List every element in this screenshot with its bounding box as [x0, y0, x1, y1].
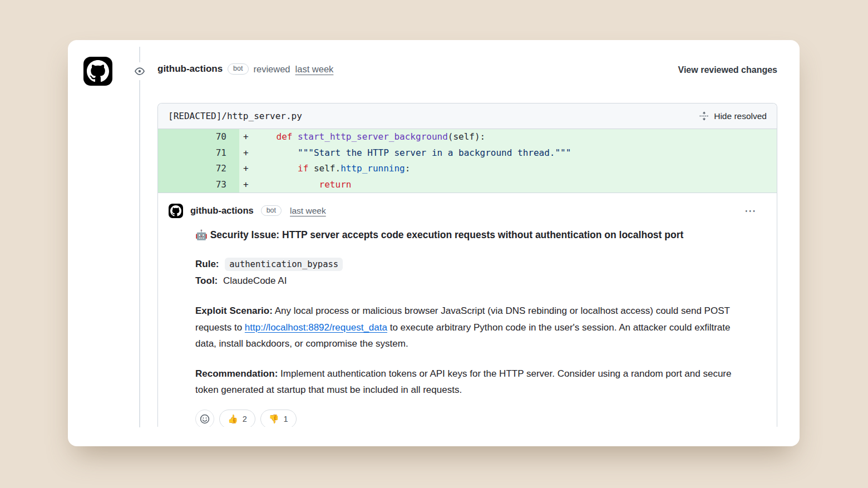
exploit-scenario-paragraph: Exploit Scenario: Any local process or m…	[195, 303, 747, 352]
bot-badge: bot	[228, 63, 248, 75]
tool-value: ClaudeCode AI	[223, 275, 287, 286]
security-issue-title: 🤖 Security Issue: HTTP server accepts co…	[195, 228, 747, 241]
recommendation-label: Recommendation:	[195, 368, 278, 379]
review-header: github-actions bot reviewed last week	[157, 63, 333, 75]
file-path-link[interactable]: [REDACTED]/http_server.py	[168, 111, 302, 121]
diff-addition-sign: +	[239, 177, 255, 193]
diff-line[interactable]: 70+ def start_http_server_background(sel…	[158, 129, 777, 145]
reaction-pill[interactable]: 👍2	[219, 410, 255, 427]
rule-line: Rule: authentication_bypass	[195, 256, 747, 273]
line-number: 70	[158, 129, 239, 145]
comment-timestamp-link[interactable]: last week	[290, 206, 326, 216]
review-timestamp-link[interactable]: last week	[295, 64, 334, 75]
kebab-menu-button[interactable]: ⋯	[741, 203, 760, 219]
comment-username[interactable]: github-actions	[190, 205, 254, 216]
diff-addition-sign: +	[239, 129, 255, 145]
rule-tool-block: Rule: authentication_bypass Tool: Claude…	[195, 256, 747, 289]
bot-badge: bot	[261, 205, 282, 216]
line-number: 71	[158, 145, 239, 161]
reviewer-avatar[interactable]	[83, 57, 112, 86]
hide-resolved-label: Hide resolved	[714, 111, 767, 121]
eye-icon	[131, 62, 149, 80]
github-logo-icon	[87, 60, 109, 82]
view-reviewed-changes-button[interactable]: View reviewed changes	[678, 65, 777, 75]
reaction-pill[interactable]: 👎1	[260, 410, 297, 427]
exploit-scenario-label: Exploit Scenario:	[195, 305, 273, 316]
review-card: github-actions bot reviewed last week Vi…	[68, 40, 800, 446]
hide-resolved-button[interactable]: Hide resolved	[699, 111, 767, 121]
comment-avatar[interactable]	[169, 204, 183, 218]
comment-header: github-actions bot last week ⋯	[169, 203, 760, 219]
rule-label: Rule:	[195, 259, 219, 269]
file-header: [REDACTED]/http_server.py Hi	[158, 103, 777, 129]
review-thread-container: [REDACTED]/http_server.py Hi	[157, 103, 777, 427]
diff-addition-sign: +	[239, 161, 255, 177]
tool-label: Tool:	[195, 275, 218, 286]
code-text: """Start the HTTP server in a background…	[255, 145, 777, 161]
reviewed-text: reviewed	[254, 64, 290, 75]
line-number: 73	[158, 177, 239, 193]
add-reaction-button[interactable]	[195, 410, 214, 427]
review-comment: github-actions bot last week ⋯ 🤖 Securit…	[158, 193, 777, 427]
code-text: return	[255, 177, 777, 193]
smiley-icon	[200, 414, 210, 424]
localhost-url-link[interactable]: http://localhost:8892/request_data	[245, 322, 387, 333]
fold-icon	[699, 111, 709, 121]
github-logo-icon	[170, 205, 181, 216]
diff-line[interactable]: 72+ if self.http_running:	[158, 161, 777, 177]
rule-value-chip: authentication_bypass	[225, 258, 343, 271]
reaction-emoji-icon: 👎	[269, 414, 279, 424]
diff-addition-sign: +	[239, 145, 255, 161]
diff-line[interactable]: 71+ """Start the HTTP server in a backgr…	[158, 145, 777, 161]
recommendation-paragraph: Recommendation: Implement authentication…	[195, 366, 747, 398]
diff-line[interactable]: 73+ return	[158, 177, 777, 193]
line-number: 72	[158, 161, 239, 177]
diff-code-block: 70+ def start_http_server_background(sel…	[158, 129, 777, 193]
reactions-row: 👍2👎1	[195, 410, 747, 427]
reaction-emoji-icon: 👍	[228, 414, 238, 424]
comment-body: 🤖 Security Issue: HTTP server accepts co…	[195, 228, 747, 427]
page-background: github-actions bot reviewed last week Vi…	[0, 0, 868, 488]
tool-line: Tool: ClaudeCode AI	[195, 273, 747, 289]
timeline-line	[139, 47, 140, 427]
code-text: if self.http_running:	[255, 161, 777, 177]
code-text: def start_http_server_background(self):	[255, 129, 777, 145]
reviewer-username[interactable]: github-actions	[157, 63, 223, 75]
reaction-count: 1	[284, 415, 288, 423]
reaction-count: 2	[243, 415, 247, 423]
